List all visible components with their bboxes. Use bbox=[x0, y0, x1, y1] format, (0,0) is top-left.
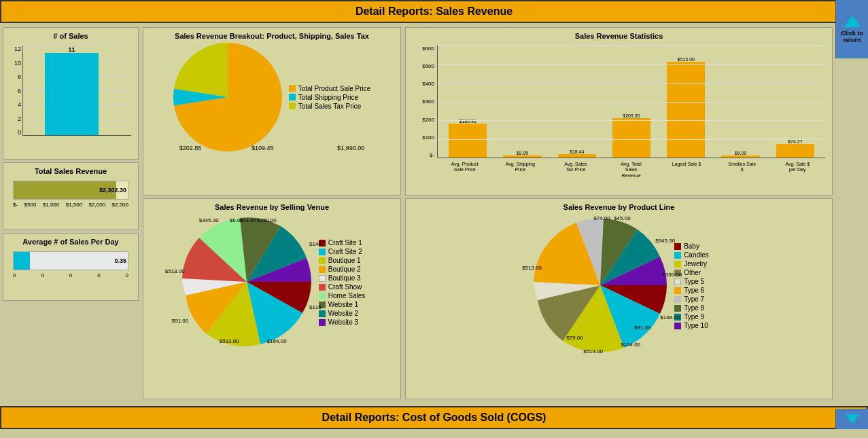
selling-venue-legend: Craft Site 1 Craft Site 2 Boutique 1 Bou… bbox=[319, 239, 365, 326]
header-title: Detail Reports: Sales Revenue bbox=[355, 5, 513, 17]
sales-count-title: # of Sales bbox=[7, 32, 134, 40]
sales-bar bbox=[45, 53, 99, 135]
product-line-pie bbox=[529, 214, 672, 357]
breakout-pie bbox=[173, 43, 282, 151]
stats-title: Sales Revenue Statistics bbox=[410, 32, 828, 40]
click-return-nav[interactable]: Click toreturn bbox=[835, 0, 868, 58]
down-arrow-icon bbox=[846, 414, 859, 424]
selling-venue-pie bbox=[179, 214, 315, 350]
up-arrow-icon bbox=[844, 15, 861, 27]
breakout-legend: Total Product Sale Price Total Shipping … bbox=[289, 85, 371, 110]
sales-bar-value: 11 bbox=[69, 46, 75, 53]
selling-venue-title: Sales Revenue by Selling Venue bbox=[147, 203, 396, 211]
total-revenue-x-axis: $-$500$1,000$1,500$2,000$2,500 bbox=[13, 202, 128, 208]
avg-sales-value: 0.35 bbox=[114, 257, 126, 264]
avg-sales-bar bbox=[14, 252, 30, 270]
total-revenue-value: $2,302.30 bbox=[99, 187, 126, 194]
footer-nav-arrow[interactable] bbox=[835, 409, 868, 429]
footer-title: Detail Reports: Cost of Goods Sold (COGS… bbox=[322, 412, 546, 423]
total-revenue-title: Total Sales Revenue bbox=[7, 167, 134, 175]
page-header: Detail Reports: Sales Revenue bbox=[0, 0, 868, 23]
avg-sales-x-axis: 00000 bbox=[13, 272, 128, 278]
avg-sales-title: Average # of Sales Per Day bbox=[7, 238, 134, 246]
breakout-title: Sales Revenue Breakout: Product, Shippin… bbox=[147, 32, 396, 40]
page-footer: Detail Reports: Cost of Goods Sold (COGS… bbox=[0, 406, 868, 429]
click-return-label: Click toreturn bbox=[841, 30, 863, 43]
product-line-title: Sales Revenue by Product Line bbox=[410, 203, 828, 211]
